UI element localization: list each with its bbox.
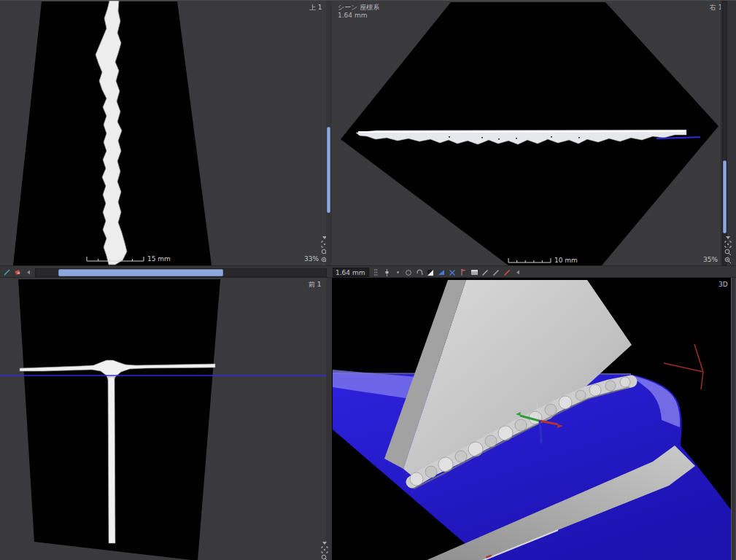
zoom-percent: 35% <box>703 256 718 263</box>
vertical-scrollbar-track[interactable] <box>326 278 332 560</box>
viewport-right-slice[interactable] <box>332 1 721 265</box>
toolbar-mid-group: 1.64 mm <box>333 267 522 278</box>
scale-bar: 15 mm <box>86 255 171 262</box>
toolbar-left-group <box>2 267 327 278</box>
vertical-scrollbar-thumb[interactable] <box>723 160 727 233</box>
zoom-fit-icon[interactable] <box>321 546 328 553</box>
circle-tool-icon[interactable] <box>404 268 413 277</box>
mask-icon[interactable] <box>470 268 479 277</box>
right-panel-strip <box>721 1 736 265</box>
plate-highlight <box>358 131 685 132</box>
scroll-left-icon[interactable] <box>24 268 33 277</box>
clip-plane-icon[interactable] <box>437 268 446 277</box>
viewport-3d[interactable] <box>332 278 731 560</box>
right-panel-strip <box>731 278 736 560</box>
coordinate-system-label: シーン 座標系 <box>338 4 379 12</box>
scale-ruler-icon <box>508 257 551 264</box>
vertical-scrollbar-track[interactable] <box>722 1 727 265</box>
vertical-scrollbar-track[interactable] <box>326 1 332 265</box>
cut-tool-icon[interactable] <box>448 268 457 277</box>
pin-slider-icon[interactable] <box>382 268 391 277</box>
scroll-left-icon[interactable] <box>514 268 522 277</box>
scan-cross-section-web <box>108 377 115 543</box>
rotate-tool-icon[interactable] <box>415 268 424 277</box>
pencil-icon[interactable] <box>492 268 500 277</box>
scale-ruler-icon <box>86 255 144 262</box>
slice-image-area <box>18 279 220 560</box>
contrast-icon[interactable] <box>426 268 435 277</box>
viewport-title: 前 1 <box>309 281 322 288</box>
viewport-title: 上 1 <box>309 4 322 11</box>
zoom-menu-caret-icon[interactable] <box>322 542 327 545</box>
annotation-pencil-icon[interactable] <box>2 268 11 277</box>
flag-icon[interactable] <box>459 268 468 277</box>
viewport-top-slice[interactable] <box>0 1 326 265</box>
slice-position-input[interactable]: 1.64 mm <box>333 268 369 277</box>
zoom-percent: 33% <box>304 255 319 262</box>
zoom-menu-caret-icon[interactable] <box>726 236 730 239</box>
drag-handle-icon[interactable] <box>371 268 380 277</box>
scale-bar: 10 mm <box>508 257 578 264</box>
slice-toolbar: 1.64 mm <box>0 265 736 278</box>
line-tool-icon[interactable] <box>481 268 489 277</box>
red-pencil-icon[interactable] <box>503 268 511 277</box>
vertical-scrollbar-thumb[interactable] <box>327 127 330 213</box>
viewport-front-slice[interactable] <box>0 278 326 560</box>
eraser-icon[interactable] <box>13 268 22 277</box>
zoom-controls <box>319 542 329 560</box>
zoom-lens-icon[interactable] <box>321 554 328 560</box>
zoom-lens-icon[interactable] <box>724 249 732 256</box>
zoom-fit-icon[interactable] <box>724 241 732 248</box>
zoom-in-icon[interactable] <box>724 257 732 264</box>
horizontal-scrollbar-track[interactable] <box>35 268 327 277</box>
viewport-title: 3D <box>718 281 728 288</box>
slice-position-label: 1.64 mm <box>338 12 367 20</box>
probe-icon[interactable] <box>393 268 402 277</box>
scale-label: 15 mm <box>147 255 171 262</box>
horizontal-scrollbar-thumb[interactable] <box>58 269 223 276</box>
scale-label: 10 mm <box>554 257 578 264</box>
ct-inspection-window: 上 1 15 mm 33% <box>0 0 736 560</box>
